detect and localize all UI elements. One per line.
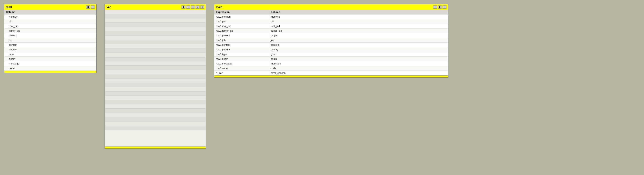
row1-icon-1[interactable]: ⊞: [86, 6, 90, 8]
var-row: [105, 70, 206, 74]
var-row: [105, 18, 206, 23]
column-cell: father_pid: [269, 28, 448, 33]
table-row[interactable]: project: [4, 33, 96, 38]
table-row[interactable]: moment: [4, 14, 96, 19]
main-footer: [214, 76, 448, 77]
table-row[interactable]: origin: [4, 57, 96, 61]
expression-cell: row1.root_pid: [214, 24, 269, 28]
table-row[interactable]: row1.typetype: [214, 52, 448, 57]
table-row[interactable]: father_pid: [4, 28, 96, 33]
var-row: [105, 44, 206, 48]
table-row[interactable]: row1.momentmoment: [214, 14, 448, 19]
var-row: [105, 10, 206, 14]
table-row[interactable]: priority: [4, 47, 96, 52]
var-row: [105, 27, 206, 31]
column-cell: job: [269, 38, 448, 42]
expression-cell: row1.pid: [214, 19, 269, 24]
table-row[interactable]: row1.messagemessage: [214, 61, 448, 66]
var-row: [105, 48, 206, 53]
expression-cell: row1.context: [214, 42, 269, 47]
var-row: [105, 14, 206, 18]
var-row: [105, 36, 206, 40]
var-title-bar: Var ⊞ — ↑ ↓ □: [105, 4, 206, 10]
var-row: [105, 100, 206, 104]
row1-title-bar: row1 ⊞ —: [4, 4, 96, 10]
column-cell: origin: [269, 57, 448, 61]
var-icon-4[interactable]: ↓: [196, 6, 200, 8]
table-row[interactable]: row1.prioritypriority: [214, 47, 448, 52]
column-cell: error_column: [269, 71, 448, 75]
var-row: [105, 117, 206, 122]
row1-footer: [4, 71, 96, 73]
var-content: [105, 10, 206, 146]
main-icon-3[interactable]: —: [442, 6, 446, 8]
expression-header: Expression: [214, 10, 269, 14]
table-row[interactable]: context: [4, 42, 96, 47]
main-icon-1[interactable]: ←: [433, 6, 437, 8]
column-cell: context: [269, 42, 448, 47]
expression-cell: row1.priority: [214, 47, 269, 52]
table-row[interactable]: row1.jobjob: [214, 38, 448, 42]
var-icon-5[interactable]: □: [200, 6, 204, 8]
var-row: [105, 104, 206, 108]
table-row[interactable]: row1.pidpid: [214, 19, 448, 24]
var-row: [105, 108, 206, 113]
var-row: [105, 61, 206, 66]
main-title: main: [216, 6, 222, 8]
expression-cell: row1.moment: [214, 14, 269, 19]
var-row: [105, 87, 206, 92]
var-panel: Var ⊞ — ↑ ↓ □: [104, 4, 206, 149]
main-table-header: Expression Column: [214, 10, 448, 14]
expression-cell: row1.origin: [214, 57, 269, 61]
table-row[interactable]: row1.codecode: [214, 66, 448, 71]
expression-cell: "Error": [214, 71, 269, 75]
table-row[interactable]: job: [4, 38, 96, 42]
table-row[interactable]: code: [4, 66, 96, 71]
var-row: [105, 126, 206, 130]
table-row[interactable]: pid: [4, 19, 96, 24]
row1-panel: row1 ⊞ — Column momentpidroot_pidfather_…: [4, 4, 97, 73]
var-row: [105, 31, 206, 36]
table-row[interactable]: message: [4, 61, 96, 66]
main-title-bar: main ← ⊞ —: [214, 4, 448, 10]
table-row[interactable]: row1.projectproject: [214, 33, 448, 38]
main-content: row1.momentmomentrow1.pidpidrow1.root_pi…: [214, 14, 448, 76]
table-row[interactable]: "Error"error_column: [214, 71, 448, 76]
table-row[interactable]: row1.originorigin: [214, 57, 448, 61]
row1-title-icons: ⊞ —: [86, 6, 95, 8]
main-title-icons: ← ⊞ —: [433, 6, 446, 8]
column-cell: code: [269, 66, 448, 70]
column-cell: project: [269, 33, 448, 38]
var-icon-2[interactable]: —: [186, 6, 190, 8]
row1-content: momentpidroot_pidfather_pidprojectjobcon…: [4, 14, 96, 71]
var-row: [105, 92, 206, 96]
var-title: Var: [106, 6, 111, 8]
var-row: [105, 23, 206, 27]
table-row[interactable]: type: [4, 52, 96, 57]
var-row: [105, 74, 206, 78]
expression-cell: row1.project: [214, 33, 269, 38]
table-row[interactable]: row1.father_pidfather_pid: [214, 28, 448, 33]
expression-cell: row1.job: [214, 38, 269, 42]
var-icon-3[interactable]: ↑: [191, 6, 195, 8]
var-row: [105, 57, 206, 61]
var-row: [105, 78, 206, 83]
table-row[interactable]: row1.contextcontext: [214, 42, 448, 47]
column-cell: root_pid: [269, 24, 448, 28]
table-row[interactable]: root_pid: [4, 24, 96, 28]
var-row: [105, 40, 206, 44]
row1-icon-2[interactable]: —: [91, 6, 95, 8]
row1-title: row1: [6, 6, 12, 8]
var-row: [105, 66, 206, 70]
column-cell: priority: [269, 47, 448, 52]
expression-cell: row1.code: [214, 66, 269, 70]
column-cell: message: [269, 61, 448, 66]
var-row: [105, 96, 206, 100]
var-row: [105, 53, 206, 57]
column-cell: pid: [269, 19, 448, 24]
main-icon-2[interactable]: ⊞: [438, 6, 442, 8]
table-row[interactable]: row1.root_pidroot_pid: [214, 24, 448, 28]
column-cell: type: [269, 52, 448, 56]
var-footer: [105, 146, 206, 148]
var-icon-1[interactable]: ⊞: [182, 6, 186, 8]
